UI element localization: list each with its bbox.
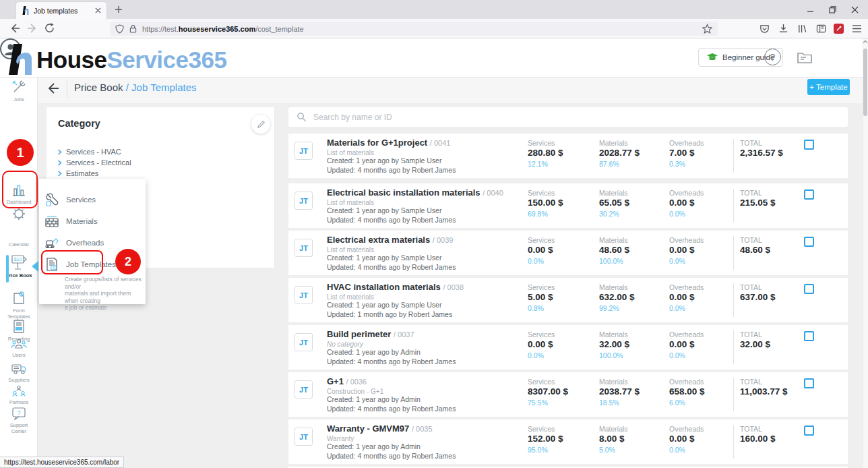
table-row[interactable]: JT Electrical extra materials / 0039 Lis…: [288, 231, 848, 275]
column-divider: [733, 236, 734, 270]
total-column: TOTAL 2,316.57 $: [740, 134, 807, 178]
browser-toolbar: https://test.houseservice365.com/cost_te…: [0, 19, 868, 38]
services-label: Services: [528, 283, 555, 291]
window-minimize-icon[interactable]: [807, 6, 814, 13]
sidebar-item-form-templates[interactable]: Form Templates: [0, 291, 38, 320]
annotation-step-1: 1: [7, 139, 34, 166]
page-back-button[interactable]: [46, 81, 62, 97]
search-input[interactable]: [313, 113, 840, 122]
sidebar-item-support-center[interactable]: ? Support Center: [0, 407, 38, 434]
partners-icon: [0, 385, 38, 397]
row-title: Build perimeter / 0037: [327, 329, 414, 339]
services-label: Services: [528, 139, 555, 147]
total-column: TOTAL 160.00 $: [740, 419, 807, 464]
row-checkbox[interactable]: [804, 237, 814, 247]
sidebar-item-suppliers[interactable]: Suppliers: [0, 361, 38, 383]
column-divider: [733, 425, 734, 459]
services-label: Services: [528, 236, 555, 244]
scrollbar-thumb[interactable]: [863, 49, 867, 116]
shield-icon[interactable]: [115, 24, 124, 34]
library-icon[interactable]: [796, 22, 808, 34]
row-checkbox[interactable]: [804, 140, 814, 150]
sidebar-item-label: Users: [0, 352, 38, 358]
materials-percent: 87.6%: [599, 160, 619, 168]
pocket-icon[interactable]: [758, 22, 770, 34]
table-row[interactable]: JT Materials for G+1project / 0041 List …: [288, 134, 848, 178]
back-icon[interactable]: [9, 23, 22, 35]
menu-item-materials[interactable]: Materials: [44, 212, 140, 230]
edit-pencil-icon[interactable]: [251, 115, 270, 134]
scroll-up-icon[interactable]: [863, 39, 868, 46]
overheads-label: Overheads: [669, 189, 704, 197]
row-code: / 0035: [412, 425, 433, 433]
category-tree-item[interactable]: Estimates: [57, 169, 98, 177]
new-tab-button[interactable]: [113, 4, 124, 15]
row-updated-text: Updated: 4 months ago by Robert James: [327, 357, 456, 365]
browser-tab[interactable]: Job templates: [16, 2, 106, 19]
sidebar-item-jobs[interactable]: Jobs: [0, 80, 38, 103]
jt-badge: JT: [294, 428, 313, 446]
row-text: Electrical extra materials / 0039 List o…: [327, 231, 522, 275]
url-bar[interactable]: https://test.houseservice365.com/cost_te…: [110, 22, 718, 36]
row-text: G+1 / 0036 Construction - G+1 Created: 1…: [327, 372, 522, 417]
services-column: Services 0.00 $ 0.0%: [528, 325, 595, 370]
sidebar-item-users[interactable]: Users: [0, 338, 38, 358]
row-category-label: List of materials: [327, 149, 374, 156]
tools-icon: [0, 80, 38, 94]
overheads-column: Overheads 0.00 $ 0.0%: [669, 278, 737, 322]
window-restore-icon[interactable]: [829, 6, 836, 13]
row-code: / 0040: [483, 189, 503, 197]
sidebar-item-calendar[interactable]: Calendar: [0, 206, 38, 247]
breadcrumb-parent[interactable]: Price Book: [74, 82, 123, 93]
row-created-text: Created: 1 year ago by Admin: [327, 348, 421, 356]
downloads-icon[interactable]: [777, 22, 789, 34]
category-tree-item[interactable]: Services - Electrical: [57, 158, 131, 167]
total-value: 637.00 $: [740, 292, 776, 302]
total-column: TOTAL 32.00 $: [740, 325, 807, 370]
services-wrench-icon: [44, 192, 59, 207]
breadcrumb-divider: [67, 80, 67, 98]
sidebar-toggle-icon[interactable]: [815, 22, 827, 34]
menu-hamburger-icon[interactable]: [850, 22, 863, 34]
category-tree-item[interactable]: Services - HVAC: [57, 148, 121, 156]
bookmark-star-icon[interactable]: [702, 24, 712, 34]
column-divider: [733, 189, 734, 223]
table-row[interactable]: JT Electrical basic installation materia…: [288, 183, 848, 228]
services-column: Services 150.00 $ 69.8%: [528, 183, 595, 228]
row-category-label: List of materials: [327, 199, 374, 206]
row-checkbox[interactable]: [804, 189, 814, 200]
sidebar-item-partners[interactable]: Partners: [0, 385, 38, 405]
extension-pen-icon[interactable]: [834, 24, 844, 34]
materials-percent: 100.0%: [599, 257, 623, 265]
services-percent: 0.0%: [528, 257, 544, 265]
overheads-column: Overheads 0.00 $ 0.0%: [669, 231, 737, 275]
sidebar: Jobs Dashboard Calendar $10 Price Book F…: [0, 78, 38, 468]
row-checkbox[interactable]: [804, 426, 814, 436]
tree-item-label: Services - Electrical: [66, 158, 131, 167]
menu-item-services[interactable]: Services: [44, 191, 140, 208]
row-checkbox[interactable]: [804, 331, 814, 341]
materials-percent: 30.2%: [599, 210, 619, 218]
row-checkbox[interactable]: [804, 284, 814, 294]
materials-column: Materials 2038.77 $ 18.5%: [599, 372, 666, 417]
table-row[interactable]: JT Build perimeter / 0037 No category Cr…: [288, 325, 848, 370]
tab-close-icon[interactable]: [95, 7, 101, 13]
reload-icon[interactable]: [44, 23, 57, 35]
app-logo[interactable]: HouseService365: [7, 44, 226, 75]
total-label: TOTAL: [740, 425, 762, 433]
materials-label: Materials: [599, 139, 628, 147]
forward-icon[interactable]: [27, 23, 39, 35]
lock-icon[interactable]: [129, 24, 137, 33]
row-checkbox[interactable]: [804, 378, 814, 388]
documents-folder-icon[interactable]: [795, 48, 814, 67]
overheads-value: 0.00 $: [669, 245, 695, 255]
table-row[interactable]: JT G+1 / 0036 Construction - G+1 Created…: [288, 372, 848, 417]
materials-percent: 18.5%: [599, 399, 619, 407]
overheads-excavator-icon: [44, 235, 59, 250]
help-icon[interactable]: ?: [764, 49, 781, 65]
row-updated-text: Updated: 4 months ago by Robert James: [327, 263, 456, 271]
window-close-icon[interactable]: [851, 6, 859, 13]
table-row[interactable]: JT HVAC installation materials / 0038 Li…: [288, 278, 848, 322]
table-row[interactable]: JT Warranty - GMVM97 / 0035 Warranty Cre…: [288, 419, 848, 464]
add-template-button[interactable]: + Template: [807, 79, 850, 95]
